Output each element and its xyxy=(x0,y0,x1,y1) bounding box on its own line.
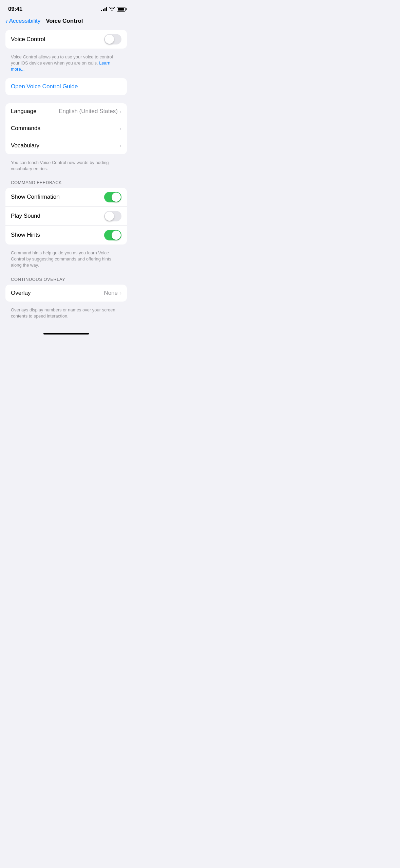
show-hints-toggle[interactable] xyxy=(104,230,121,240)
commands-right: › xyxy=(120,126,121,131)
voice-control-row[interactable]: Voice Control xyxy=(5,30,127,49)
command-feedback-card: Show Confirmation Play Sound Show Hints xyxy=(5,188,127,245)
overlay-label: Overlay xyxy=(11,290,31,296)
language-chevron-icon: › xyxy=(120,109,121,114)
status-time: 09:41 xyxy=(8,6,22,13)
home-bar xyxy=(43,333,89,334)
show-confirmation-label: Show Confirmation xyxy=(11,194,60,200)
language-value: English (United States) xyxy=(59,108,118,115)
language-label: Language xyxy=(11,108,37,115)
voice-control-label: Voice Control xyxy=(11,36,45,43)
battery-icon xyxy=(117,7,126,12)
overlay-card: Overlay None › xyxy=(5,285,127,302)
back-button[interactable]: ‹ Accessibility xyxy=(5,18,40,24)
commands-label: Commands xyxy=(11,125,40,132)
command-feedback-helper: Command hints help guide you as you lear… xyxy=(5,247,127,274)
voice-control-toggle[interactable] xyxy=(104,34,121,44)
show-confirmation-toggle[interactable] xyxy=(104,192,121,202)
voice-control-helper: Voice Control allows you to use your voi… xyxy=(5,51,127,78)
settings-card: Language English (United States) › Comma… xyxy=(5,103,127,154)
content-area: Voice Control Voice Control allows you t… xyxy=(0,30,132,325)
open-guide-row[interactable]: Open Voice Control Guide xyxy=(5,78,127,95)
play-sound-row[interactable]: Play Sound xyxy=(5,207,127,226)
language-right: English (United States) › xyxy=(59,108,121,115)
overlay-chevron-icon: › xyxy=(120,290,121,296)
back-label: Accessibility xyxy=(9,18,41,24)
overlay-row[interactable]: Overlay None › xyxy=(5,285,127,302)
play-sound-toggle[interactable] xyxy=(104,211,121,221)
nav-header: ‹ Accessibility Voice Control xyxy=(0,16,132,30)
status-bar: 09:41 xyxy=(0,0,132,16)
wifi-icon xyxy=(109,7,115,12)
show-hints-toggle-thumb xyxy=(112,231,121,240)
signal-icon xyxy=(101,7,107,11)
vocabulary-row[interactable]: Vocabulary › xyxy=(5,137,127,154)
vocabulary-helper: You can teach Voice Control new words by… xyxy=(5,157,127,177)
commands-row[interactable]: Commands › xyxy=(5,120,127,137)
toggle-thumb xyxy=(105,35,114,44)
open-guide-label: Open Voice Control Guide xyxy=(11,83,78,90)
command-feedback-header: COMMAND FEEDBACK xyxy=(5,180,127,188)
language-row[interactable]: Language English (United States) › xyxy=(5,103,127,120)
continuous-overlay-header: CONTINUOUS OVERLAY xyxy=(5,277,127,285)
overlay-right: None › xyxy=(104,290,121,296)
vocabulary-chevron-icon: › xyxy=(120,143,121,148)
back-chevron-icon: ‹ xyxy=(5,18,8,24)
show-hints-label: Show Hints xyxy=(11,232,40,238)
commands-chevron-icon: › xyxy=(120,126,121,131)
play-sound-toggle-thumb xyxy=(105,212,114,221)
play-sound-label: Play Sound xyxy=(11,213,40,219)
vocabulary-label: Vocabulary xyxy=(11,142,39,149)
show-hints-row[interactable]: Show Hints xyxy=(5,226,127,245)
voice-control-card: Voice Control xyxy=(5,30,127,49)
show-confirmation-row[interactable]: Show Confirmation xyxy=(5,188,127,207)
home-indicator xyxy=(0,330,132,337)
page-title: Voice Control xyxy=(46,18,83,24)
open-guide-card: Open Voice Control Guide xyxy=(5,78,127,95)
overlay-helper: Overlays display numbers or names over y… xyxy=(5,304,127,325)
show-confirmation-toggle-thumb xyxy=(112,193,121,202)
vocabulary-right: › xyxy=(120,143,121,148)
status-icons xyxy=(101,7,126,12)
overlay-value: None xyxy=(104,290,118,296)
